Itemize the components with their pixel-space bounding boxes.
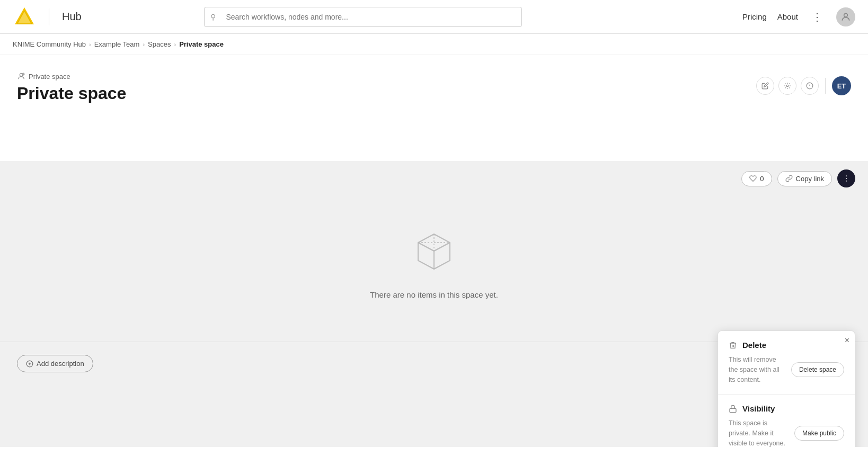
delete-section-header: Delete — [729, 341, 844, 350]
svg-point-3 — [844, 13, 848, 17]
breadcrumb-example-team[interactable]: Example Team — [94, 40, 140, 48]
search-icon: ⚲ — [210, 13, 216, 21]
breadcrumb-sep-3: › — [174, 41, 176, 48]
knime-logo-icon — [13, 5, 36, 29]
circle-settings-icon — [806, 82, 813, 90]
empty-cube-svg — [410, 228, 458, 275]
main-header: Hub ⚲ Pricing About ⋮ — [0, 0, 868, 34]
toolbar-row: 0 Copy link — [0, 161, 868, 196]
edit-button[interactable] — [756, 77, 774, 95]
plus-circle-icon — [26, 360, 33, 368]
space-title-area: Private space Private space — [17, 72, 126, 103]
svg-point-8 — [786, 85, 789, 87]
team-avatar[interactable]: ET — [832, 76, 851, 95]
popup-close-button[interactable]: × — [845, 336, 849, 345]
add-description-button[interactable]: Add description — [17, 355, 93, 372]
visibility-section-header: Visibility — [729, 404, 844, 413]
svg-point-13 — [846, 178, 847, 179]
space-subtitle: Private space — [17, 72, 126, 81]
user-avatar-button[interactable] — [836, 7, 855, 26]
visibility-section-title: Visibility — [742, 404, 775, 413]
make-public-button[interactable]: Make public — [794, 426, 844, 441]
trash-icon — [729, 341, 737, 350]
breadcrumb-current: Private space — [179, 40, 224, 48]
about-link[interactable]: About — [777, 12, 798, 21]
dots-vertical-icon — [842, 174, 851, 183]
search-input[interactable] — [204, 7, 522, 27]
breadcrumb-sep-1: › — [89, 41, 91, 48]
more-actions-button[interactable] — [837, 169, 855, 187]
delete-section-title: Delete — [742, 341, 766, 350]
settings-icon — [784, 82, 791, 90]
copy-link-button[interactable]: Copy link — [777, 171, 832, 186]
space-actions-right: ET — [756, 76, 851, 95]
svg-point-12 — [846, 175, 847, 176]
user-icon — [840, 12, 851, 22]
edit-icon — [761, 82, 769, 90]
breadcrumb-sep-2: › — [143, 41, 145, 48]
delete-section-body: This will remove the space with all its … — [729, 355, 844, 384]
hub-label: Hub — [62, 11, 82, 23]
space-subtitle-text: Private space — [29, 73, 70, 81]
heart-icon — [749, 175, 757, 182]
add-description-label: Add description — [37, 360, 84, 368]
visibility-section: Visibility This space is private. Make i… — [718, 394, 855, 447]
lock-icon — [729, 405, 737, 413]
empty-state: There are no items in this space yet. — [0, 196, 868, 342]
breadcrumb-spaces[interactable]: Spaces — [148, 40, 171, 48]
link-icon — [785, 175, 793, 182]
svg-rect-24 — [730, 408, 736, 412]
dropdown-popup: × Delete This will remove the space with… — [718, 330, 855, 447]
logo-area: Hub — [13, 5, 82, 29]
private-space-icon — [17, 72, 25, 81]
like-count: 0 — [760, 175, 764, 183]
visibility-section-desc: This space is private. Make it visible t… — [729, 418, 789, 447]
more-options-button[interactable]: ⋮ — [809, 8, 826, 25]
copy-link-label: Copy link — [796, 175, 824, 183]
delete-section-desc: This will remove the space with all its … — [729, 355, 786, 384]
breadcrumb-knime-hub[interactable]: KNIME Community Hub — [13, 40, 86, 48]
space-header: Private space Private space — [17, 72, 851, 103]
page-content: Private space Private space — [0, 55, 868, 161]
delete-section: Delete This will remove the space with a… — [718, 331, 855, 394]
settings-button[interactable] — [778, 77, 796, 95]
main-area: 0 Copy link — [0, 161, 868, 447]
svg-line-17 — [434, 243, 450, 251]
pricing-link[interactable]: Pricing — [742, 12, 767, 21]
header-actions: Pricing About ⋮ — [742, 7, 855, 26]
actions-divider — [825, 78, 826, 94]
breadcrumb: KNIME Community Hub › Example Team › Spa… — [0, 34, 868, 55]
empty-state-text: There are no items in this space yet. — [370, 290, 498, 299]
cube-icon — [410, 228, 458, 278]
svg-line-16 — [418, 243, 434, 251]
space-title: Private space — [17, 84, 126, 103]
like-button[interactable]: 0 — [741, 171, 772, 186]
logo-divider — [49, 8, 49, 25]
more-settings-button[interactable] — [801, 77, 819, 95]
search-bar: ⚲ — [204, 7, 522, 27]
svg-point-14 — [846, 181, 847, 182]
visibility-section-body: This space is private. Make it visible t… — [729, 418, 844, 447]
delete-space-button[interactable]: Delete space — [791, 362, 844, 377]
